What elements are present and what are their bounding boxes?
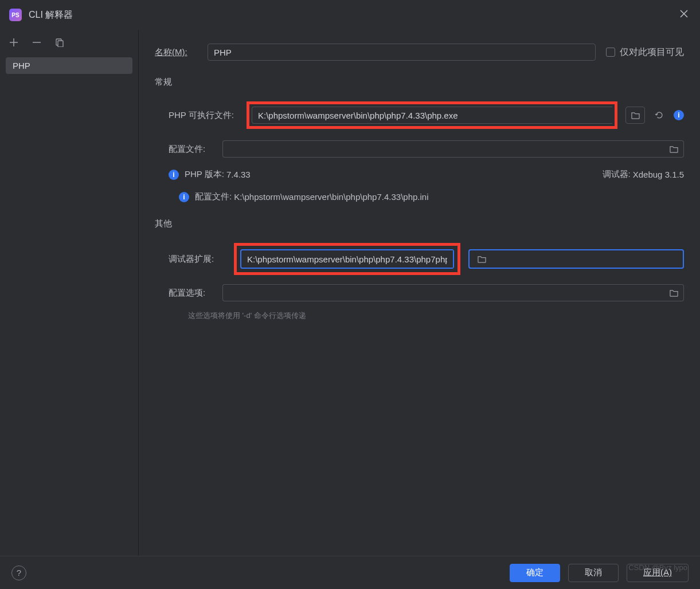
section-general: 常规 [155, 77, 684, 88]
php-version-value: 7.4.33 [226, 170, 251, 179]
config-file-input[interactable] [222, 140, 664, 158]
sidebar: PHP [0, 30, 139, 556]
copy-icon[interactable] [55, 38, 64, 47]
help-icon[interactable]: ? [11, 566, 26, 580]
browse-exe-button[interactable] [625, 107, 645, 124]
visible-only-checkbox[interactable]: 仅对此项目可见 [606, 46, 684, 58]
window-title: CLI 解释器 [29, 9, 73, 21]
php-exe-label: PHP 可执行文件: [169, 110, 238, 121]
config-ini-value: K:\phpstorm\wampserver\bin\php\php7.4.33… [234, 192, 428, 202]
checkbox-icon[interactable] [606, 48, 615, 57]
info-icon: i [179, 192, 189, 202]
debugger-value: Xdebug 3.1.5 [633, 170, 684, 179]
sidebar-toolbar [6, 38, 132, 57]
section-other: 其他 [155, 218, 684, 229]
browse-config-options-button[interactable] [664, 284, 684, 301]
add-icon[interactable] [9, 38, 18, 47]
browse-debugger-ext-button[interactable] [470, 250, 495, 268]
debugger-label: 调试器: [603, 169, 631, 180]
sidebar-item-label: PHP [13, 61, 30, 70]
config-options-row: 配置选项: [169, 284, 684, 301]
config-file-label: 配置文件: [169, 144, 214, 155]
config-ini-row: i 配置文件: K:\phpstorm\wampserver\bin\php\p… [169, 191, 684, 202]
app-icon: PS [9, 9, 22, 21]
svg-rect-1 [58, 41, 63, 47]
debugger-ext-input[interactable] [241, 250, 453, 268]
main: 名称(M): 仅对此项目可见 常规 PHP 可执行文件: [139, 30, 700, 556]
php-exe-input[interactable] [252, 107, 612, 124]
close-icon[interactable] [679, 9, 691, 21]
titlebar: PS CLI 解释器 [0, 0, 700, 30]
cancel-button[interactable]: 取消 [568, 564, 619, 582]
info-icon: i [169, 170, 179, 180]
php-version-label: PHP 版本: [185, 169, 224, 180]
config-ini-label: 配置文件: [195, 191, 232, 202]
php-exe-row: PHP 可执行文件: i [169, 101, 684, 129]
content: PHP 名称(M): 仅对此项目可见 常规 PHP 可执行文件: [0, 30, 700, 556]
config-hint: 这些选项将使用 '-d' 命令行选项传递 [169, 311, 684, 321]
config-options-label: 配置选项: [169, 288, 214, 299]
visible-only-label: 仅对此项目可见 [620, 46, 684, 58]
debugger-ext-label: 调试器扩展: [169, 254, 226, 265]
version-row: i PHP 版本: 7.4.33 调试器: Xdebug 3.1.5 [169, 169, 684, 180]
name-row: 名称(M): 仅对此项目可见 [155, 44, 684, 61]
debugger-ext-row: 调试器扩展: [169, 243, 684, 275]
apply-button[interactable]: 应用(A) [627, 564, 689, 582]
browse-config-file-button[interactable] [664, 140, 684, 158]
name-label: 名称(M): [155, 47, 200, 58]
config-options-input[interactable] [222, 284, 664, 301]
config-file-row: 配置文件: [169, 140, 684, 158]
remove-icon[interactable] [32, 38, 41, 47]
name-input[interactable] [208, 44, 596, 61]
reload-icon[interactable] [653, 109, 666, 121]
sidebar-item-php[interactable]: PHP [6, 57, 132, 74]
footer: ? 确定 取消 应用(A) [0, 556, 700, 589]
highlight-box-exe [247, 101, 617, 129]
ok-button[interactable]: 确定 [510, 564, 560, 582]
info-icon[interactable]: i [674, 110, 684, 120]
